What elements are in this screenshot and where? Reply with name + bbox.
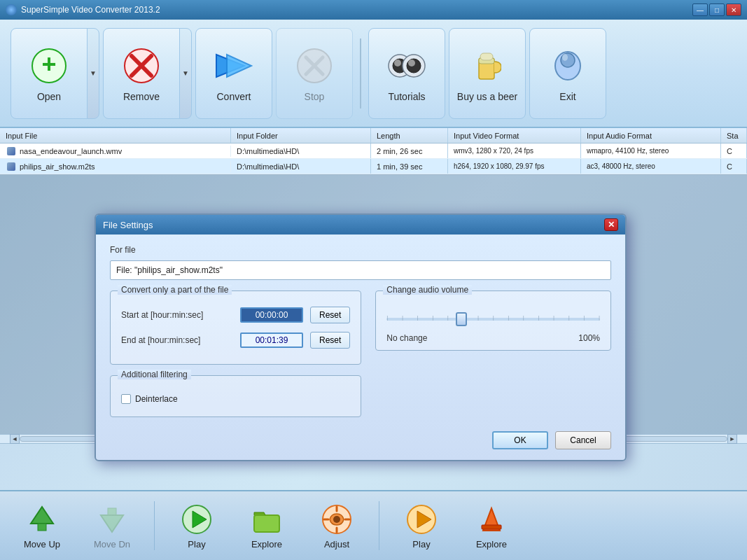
close-button[interactable]: ✕ (726, 4, 741, 16)
col-header-input-file: Input File (0, 128, 231, 143)
minimize-button[interactable]: — (692, 4, 708, 16)
start-time-input[interactable] (240, 307, 303, 323)
tutorials-button[interactable]: Tutorials (368, 28, 445, 119)
end-time-input[interactable] (240, 332, 303, 348)
svg-point-30 (333, 516, 340, 523)
volume-slider-container: | | | | | | | | | | (386, 309, 600, 330)
open-button[interactable]: + Open (11, 28, 88, 119)
svg-rect-23 (38, 524, 46, 531)
end-time-row: End at [hour:min:sec] Reset (121, 332, 350, 349)
filename-cell: nasa_endeavour_launch.wmv (20, 147, 122, 155)
volume-slider-track: | | | | | | | | | | (386, 318, 600, 321)
explore-button-1[interactable]: Explore (235, 496, 298, 556)
svg-rect-38 (482, 525, 501, 529)
convert-button[interactable]: Convert (195, 28, 272, 119)
play-button-2[interactable]: Play (390, 496, 453, 556)
stop-label: Stop (305, 91, 325, 102)
move-up-button[interactable]: Move Up (11, 496, 74, 556)
file-list-row[interactable]: philips_air_show.m2ts D:\multimedia\HD\ … (0, 159, 747, 174)
open-button-group: + Open ▼ (11, 28, 99, 119)
adjust-label: Adjust (324, 539, 349, 550)
explore-label-2: Explore (476, 539, 507, 550)
bottom-separator-1 (154, 501, 155, 550)
remove-icon (120, 45, 162, 87)
dialog-titlebar: File Settings ✕ (96, 215, 625, 234)
titlebar-controls: — □ ✕ (692, 4, 741, 16)
col-header-video-format: Input Video Format (448, 128, 581, 143)
filtering-label: Additional filtering (118, 370, 191, 379)
col-header-length: Length (371, 128, 448, 143)
status-cell: C (721, 159, 747, 174)
convert-part-section: Convert only a part of the file Start at… (110, 290, 361, 365)
svg-point-15 (408, 59, 415, 66)
file-settings-dialog: File Settings ✕ For file File: "philips_… (95, 214, 627, 461)
dialog-two-col: Convert only a part of the file Start at… (110, 290, 611, 417)
toolbar-separator-1 (360, 38, 361, 108)
ok-button[interactable]: OK (492, 431, 548, 449)
svg-marker-22 (31, 507, 53, 524)
open-dropdown-arrow[interactable]: ▼ (87, 28, 99, 119)
start-label: Start at [hour:min:sec] (121, 310, 233, 320)
explore-label-1: Explore (251, 539, 282, 550)
dialog-left-col: Convert only a part of the file Start at… (110, 290, 361, 417)
additional-filtering-section: Additional filtering Deinterlace (110, 375, 361, 417)
volume-section: Change audio volume | | | | (375, 290, 611, 351)
svg-marker-6 (227, 55, 251, 77)
folder-cell: D:\multimedia\HD\ (231, 159, 371, 174)
audio-format-cell: wmapro, 44100 Hz, stereo (581, 144, 721, 158)
tutorials-icon (386, 45, 428, 87)
adjust-icon (320, 503, 354, 536)
dialog-buttons: OK Cancel (110, 431, 611, 449)
explore-icon-1 (250, 503, 284, 536)
dialog-body: For file File: "philips_air_show.m2ts" C… (96, 234, 625, 460)
move-dn-label: Move Dn (94, 539, 130, 550)
scroll-left-button[interactable]: ◄ (10, 434, 20, 444)
window-title: SuperSimple Video Converter 2013.2 (21, 5, 692, 15)
slider-labels: No change 100% (386, 333, 600, 343)
svg-rect-24 (108, 508, 116, 515)
deinterlace-checkbox[interactable] (121, 394, 131, 404)
modal-overlay: File Settings ✕ For file File: "philips_… (0, 175, 747, 434)
deinterlace-label[interactable]: Deinterlace (135, 394, 178, 404)
svg-point-21 (562, 54, 568, 61)
play-label-1: Play (188, 539, 205, 550)
end-label: End at [hour:min:sec] (121, 335, 233, 345)
col-header-input-folder: Input Folder (231, 128, 371, 143)
move-dn-button[interactable]: Move Dn (81, 496, 144, 556)
move-dn-icon (95, 503, 129, 536)
file-list-row[interactable]: nasa_endeavour_launch.wmv D:\multimedia\… (0, 144, 747, 159)
play-button-1[interactable]: Play (165, 496, 228, 556)
svg-marker-25 (101, 515, 123, 532)
open-label: Open (37, 91, 61, 102)
dialog-title: File Settings (103, 220, 604, 230)
beer-label: Buy us a beer (457, 91, 517, 102)
exit-icon (547, 45, 589, 87)
col-header-status: Sta (721, 128, 747, 143)
stop-button[interactable]: Stop (276, 28, 353, 119)
change-audio-label: Change audio volume (383, 285, 472, 295)
main-toolbar: + Open ▼ Remove ▼ (0, 20, 747, 128)
remove-button[interactable]: Remove (103, 28, 180, 119)
start-reset-button[interactable]: Reset (310, 307, 350, 323)
scroll-right-button[interactable]: ► (727, 434, 737, 444)
percent-label: 100% (578, 333, 600, 343)
convert-icon (213, 45, 255, 87)
bottom-separator-2 (379, 501, 379, 550)
cancel-button[interactable]: Cancel (555, 431, 611, 449)
file-list-header: Input File Input Folder Length Input Vid… (0, 128, 747, 144)
video-format-cell: h264, 1920 x 1080, 29.97 fps (448, 159, 581, 174)
dialog-close-button[interactable]: ✕ (604, 218, 618, 231)
tutorials-label: Tutorials (388, 91, 425, 102)
exit-button[interactable]: Exit (529, 28, 606, 119)
explore-button-2[interactable]: Explore (460, 496, 523, 556)
end-reset-button[interactable]: Reset (310, 332, 350, 349)
volume-slider-thumb[interactable] (456, 312, 467, 326)
title-bar: SuperSimple Video Converter 2013.2 — □ ✕ (0, 0, 747, 20)
adjust-button[interactable]: Adjust (305, 496, 368, 556)
app-icon (6, 4, 17, 15)
length-cell: 2 min, 26 sec (371, 144, 448, 158)
beer-button[interactable]: Buy us a beer (449, 28, 526, 119)
maximize-button[interactable]: □ (709, 4, 725, 16)
file-list-area: Input File Input Folder Length Input Vid… (0, 128, 747, 175)
remove-dropdown-arrow[interactable]: ▼ (179, 28, 192, 119)
